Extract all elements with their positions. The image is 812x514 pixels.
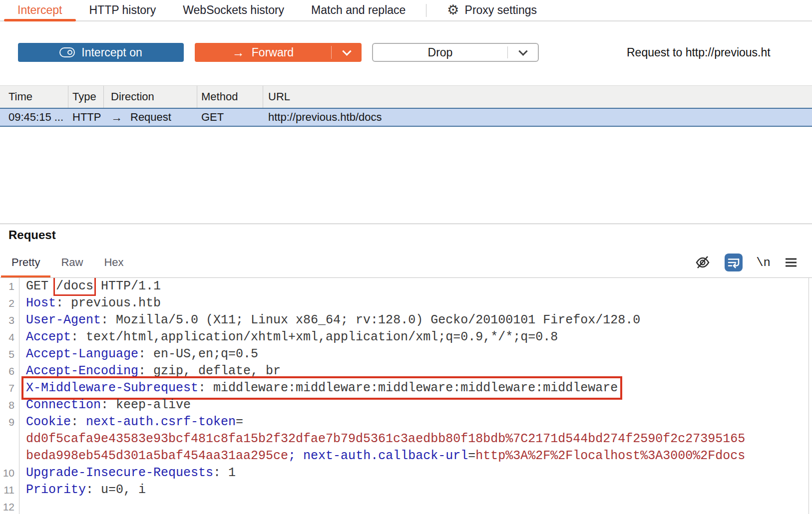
forward-button[interactable]: → Forward xyxy=(195,43,362,62)
proxy-tab-bar: Intercept HTTP history WebSockets histor… xyxy=(0,0,812,21)
code-token: : 1 xyxy=(213,466,236,480)
code-token: : en-US,en;q=0.5 xyxy=(138,347,258,361)
code-token: ; xyxy=(288,449,303,463)
tab-websockets-history-label: WebSockets history xyxy=(183,3,284,17)
editor-menu-button[interactable] xyxy=(784,257,798,268)
highlight-box: X-Middleware-Subrequest: middleware:midd… xyxy=(26,381,618,395)
code-token: : gzip, deflate, br xyxy=(138,364,281,378)
line-number: 11 xyxy=(0,482,19,499)
code-token: Host xyxy=(26,296,56,310)
code-token: : Mozilla/5.0 (X11; Linux x86_64; rv:128… xyxy=(101,313,640,327)
code-line-content: User-Agent: Mozilla/5.0 (X11; Linux x86_… xyxy=(19,312,640,329)
code-line-content: Host: previous.htb xyxy=(19,295,161,312)
drop-button-label: Drop xyxy=(428,46,453,59)
code-line-content: Accept: text/html,application/xhtml+xml,… xyxy=(19,329,558,346)
line-number: 9 xyxy=(0,414,19,431)
tab-websockets-history[interactable]: WebSockets history xyxy=(169,0,298,20)
tab-match-and-replace[interactable]: Match and replace xyxy=(298,0,419,20)
code-token: Upgrade-Insecure-Requests xyxy=(26,466,213,480)
line-number: 10 xyxy=(0,465,19,482)
code-token: Connection xyxy=(26,398,101,412)
column-header-direction[interactable]: Direction xyxy=(104,86,197,108)
view-tab-hex[interactable]: Hex xyxy=(93,248,134,277)
active-tab-indicator xyxy=(4,19,76,21)
code-line-content: GET /docs HTTP/1.1 xyxy=(19,278,161,295)
intercept-toggle-icon xyxy=(59,47,75,57)
column-header-method[interactable]: Method xyxy=(197,86,263,108)
line-number: 12 xyxy=(0,499,19,514)
intercepted-request-row[interactable]: 09:45:15 ... HTTP → Request GET http://p… xyxy=(0,108,812,127)
code-line: 5Accept-Language: en-US,en;q=0.5 xyxy=(0,346,809,363)
code-line: 4Accept: text/html,application/xhtml+xml… xyxy=(0,329,809,346)
view-tab-pretty[interactable]: Pretty xyxy=(1,248,50,277)
view-tab-hex-label: Hex xyxy=(104,256,123,269)
forward-dropdown-button[interactable] xyxy=(332,43,362,62)
word-wrap-button[interactable] xyxy=(725,254,743,271)
drop-button[interactable]: Drop xyxy=(372,43,539,62)
burp-proxy-intercept-view: Intercept HTTP history WebSockets histor… xyxy=(0,0,812,514)
newline-icon: \n xyxy=(756,256,771,269)
code-line: 10Upgrade-Insecure-Requests: 1 xyxy=(0,465,809,482)
request-editor[interactable]: 1GET /docs HTTP/1.12Host: previous.htb3U… xyxy=(0,278,809,514)
cell-direction: → Request xyxy=(104,111,197,124)
line-number: 1 xyxy=(0,278,19,295)
view-tab-raw[interactable]: Raw xyxy=(50,248,93,277)
hamburger-menu-icon xyxy=(784,257,798,268)
code-line: 8Connection: keep-alive xyxy=(0,397,809,414)
code-token: X-Middleware-Subrequest xyxy=(26,381,198,395)
code-line: 9Cookie: next-auth.csrf-token= xyxy=(0,414,809,431)
code-token: : xyxy=(71,415,86,429)
code-token: Cookie xyxy=(26,415,71,429)
hide-nonprinting-button[interactable] xyxy=(694,255,711,270)
gutter-divider xyxy=(19,278,19,514)
drop-dropdown-button[interactable] xyxy=(508,44,538,61)
chevron-down-icon xyxy=(518,46,527,55)
drop-button-main[interactable]: Drop xyxy=(373,44,507,61)
code-token: next-auth.csrf-token xyxy=(86,415,236,429)
cell-time: 09:45:15 ... xyxy=(0,111,68,124)
code-token: Accept-Encoding xyxy=(26,364,138,378)
intercept-queue-table: Time Type Direction Method URL 09:45:15 … xyxy=(0,85,812,127)
cell-direction-label: Request xyxy=(130,111,171,124)
tab-http-history[interactable]: HTTP history xyxy=(76,0,170,20)
view-tab-raw-label: Raw xyxy=(61,256,83,269)
code-line: 1GET /docs HTTP/1.1 xyxy=(0,278,809,295)
forward-button-main[interactable]: → Forward xyxy=(195,43,331,62)
code-line: dd0f5cafa9e43583e93bcf481c8fa15b2f32dfae… xyxy=(0,431,809,448)
column-header-type[interactable]: Type xyxy=(68,86,104,108)
intercept-toggle-button[interactable]: Intercept on xyxy=(18,43,184,62)
line-number: 3 xyxy=(0,312,19,329)
cell-method: GET xyxy=(197,111,263,124)
code-token: Accept-Language xyxy=(26,347,138,361)
active-view-tab-indicator xyxy=(1,275,50,277)
line-number xyxy=(0,448,19,465)
code-line-content: Connection: keep-alive xyxy=(19,397,191,414)
highlight-box: /docs xyxy=(56,279,93,293)
gear-icon: ⚙ xyxy=(447,3,459,17)
table-header-row: Time Type Direction Method URL xyxy=(0,85,812,108)
code-line: beda998eb545d301a5baf454aa31aa295ce; nex… xyxy=(0,448,809,465)
line-number: 8 xyxy=(0,397,19,414)
tab-intercept-label: Intercept xyxy=(17,3,62,17)
code-token: : text/html,application/xhtml+xml,applic… xyxy=(71,330,558,344)
code-token: Priority xyxy=(26,483,86,497)
chevron-down-icon xyxy=(342,46,351,55)
tab-proxy-settings[interactable]: ⚙ Proxy settings xyxy=(433,0,550,20)
request-panel: Request Pretty Raw Hex xyxy=(0,224,812,514)
show-newlines-button[interactable]: \n xyxy=(756,256,771,269)
code-line-content: Priority: u=0, i xyxy=(19,482,146,499)
code-token: beda998eb545d301a5baf454aa31aa295ce xyxy=(26,449,288,463)
code-token: = xyxy=(468,449,475,463)
code-line-content xyxy=(19,499,26,514)
code-line-content: Accept-Language: en-US,en;q=0.5 xyxy=(19,346,258,363)
code-token: Accept xyxy=(26,330,71,344)
forward-arrow-icon: → xyxy=(232,46,245,59)
direction-arrow-icon: → xyxy=(111,111,122,124)
code-token: HTTP/1.1 xyxy=(93,279,161,293)
column-header-time[interactable]: Time xyxy=(0,86,68,108)
code-token: User-Agent xyxy=(26,313,101,327)
column-header-url[interactable]: URL xyxy=(263,86,812,108)
code-line: 6Accept-Encoding: gzip, deflate, br xyxy=(0,363,809,380)
code-line-content: Accept-Encoding: gzip, deflate, br xyxy=(19,363,281,380)
tab-intercept[interactable]: Intercept xyxy=(4,0,76,20)
